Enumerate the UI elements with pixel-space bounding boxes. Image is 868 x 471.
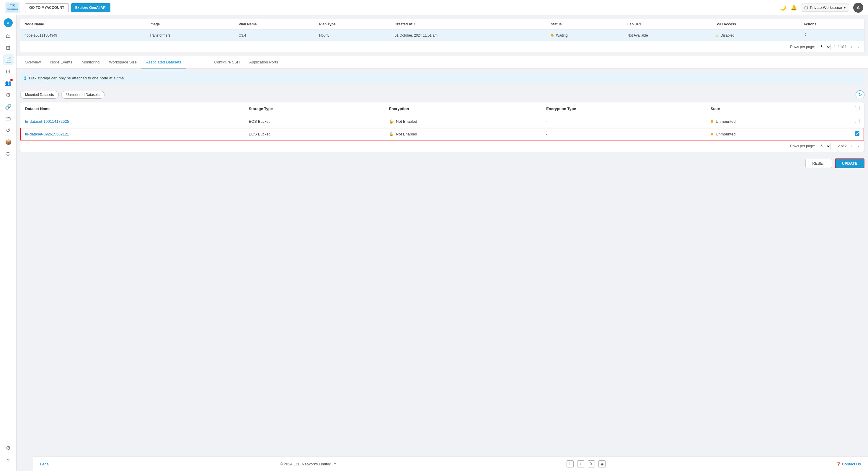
tab-associated-datasets[interactable]: Associated Datasets — [142, 56, 186, 68]
settings-icon: ⚙ — [6, 445, 11, 451]
col-created-at[interactable]: Created At ↑ — [391, 19, 547, 30]
facebook-icon[interactable]: f — [577, 460, 584, 467]
refresh-button[interactable]: ↻ — [856, 90, 864, 99]
sidebar-item-dashboard[interactable]: ⊞ — [3, 42, 13, 53]
footer-social: in f 𝕏 ◉ — [566, 460, 606, 467]
twitter-icon[interactable]: 𝕏 — [588, 460, 595, 467]
contact-icon: ❓ — [836, 462, 841, 466]
avatar[interactable]: A — [853, 3, 863, 13]
chevron-down-icon: ▾ — [844, 5, 846, 10]
table-row: node-100111504949 Transformers C3.4 Hour… — [20, 30, 864, 41]
dataset-table: Dataset Name Storage Type Encryption Enc… — [20, 102, 864, 140]
filter-row: Mounted Datasets Unmounted Datasets ↻ — [17, 87, 868, 102]
rows-per-page-select[interactable]: 5 10 — [818, 44, 831, 50]
tab-configure-ssh[interactable]: Configure SSH — [210, 56, 245, 68]
explore-genai-button[interactable]: Explore GenAI API — [71, 3, 111, 12]
contact-us-link[interactable]: ❓ Contact Us — [836, 462, 861, 466]
col-plan-type: Plan Type — [315, 19, 391, 30]
sidebar-item-files[interactable]: 🗂 — [3, 31, 13, 41]
unmounted-datasets-button[interactable]: Unmounted Datasets — [61, 91, 104, 99]
grid-icon: ⊡ — [6, 68, 10, 75]
sidebar-item-packages[interactable]: 📦 — [3, 137, 13, 148]
select-all-checkbox[interactable] — [855, 106, 860, 111]
dataset-prev-page-button[interactable]: ‹ — [850, 143, 854, 149]
logo: TIR AI PLATFORM — [5, 2, 20, 13]
sidebar-item-nodes[interactable]: 📄 — [3, 54, 13, 65]
state-dot-2 — [711, 133, 713, 135]
workspace-selector[interactable]: ⬡ Private Workspace ▾ — [801, 4, 849, 12]
sidebar-item-lifecycle[interactable]: ⚙ — [3, 90, 13, 100]
top-navigation: TIR AI PLATFORM GO TO MYACCOUNT Explore … — [0, 0, 868, 15]
row-2-checkbox[interactable] — [855, 131, 860, 136]
tab-workspace-size[interactable]: Workspace Size — [104, 56, 142, 68]
cell-storage-type-1: EOS Bucket — [244, 115, 384, 128]
dataset-next-page-button[interactable]: › — [856, 143, 860, 149]
help-icon: ? — [6, 458, 9, 464]
col-storage-type: Storage Type — [244, 102, 384, 115]
nodes-icon: 📄 — [5, 56, 11, 63]
dataset-table-card: Dataset Name Storage Type Encryption Enc… — [20, 102, 864, 152]
lifecycle-icon: ⚙ — [6, 92, 11, 98]
dataset-link-1[interactable]: tir-dataset-100114172525 — [25, 119, 69, 124]
sidebar-item-settings[interactable]: ⚙ — [3, 443, 13, 453]
dataset-table-pagination: Rows per page: 5 10 1–2 of 2 ‹ › — [20, 140, 864, 152]
col-plan-name: Plan Name — [235, 19, 315, 30]
dataset-page-range: 1–2 of 2 — [834, 144, 846, 148]
linkedin-icon[interactable]: in — [566, 460, 574, 467]
tab-monitoring[interactable]: Monitoring — [77, 56, 104, 68]
my-account-button[interactable]: GO TO MYACCOUNT — [25, 3, 69, 12]
cell-checkbox-1[interactable] — [850, 115, 864, 128]
info-message: Disk storage can only be attached to one… — [29, 76, 125, 80]
col-status: Status — [547, 19, 623, 30]
update-button[interactable]: UPDATE — [835, 158, 864, 168]
col-dataset-name: Dataset Name — [20, 102, 244, 115]
sidebar-item-network[interactable]: 🔗 — [3, 101, 13, 112]
network-icon: 🔗 — [5, 103, 11, 110]
dataset-link-2[interactable]: tir-dataset-092615362121 — [25, 132, 69, 136]
tab-node-events[interactable]: Node Events — [45, 56, 77, 68]
cell-checkbox-2[interactable] — [850, 128, 864, 140]
footer-copyright: © 2024 E2E Networks Limited ™ — [280, 462, 336, 466]
warning-icon: ⚠ — [715, 33, 719, 37]
status-dot — [551, 34, 554, 37]
info-icon: ℹ — [24, 75, 26, 81]
sidebar-item-pipelines[interactable]: ↺ — [3, 125, 13, 136]
cell-image: Transformers — [145, 30, 235, 41]
logo-box: TIR AI PLATFORM — [5, 2, 20, 13]
col-image: Image — [145, 19, 235, 30]
prev-page-button[interactable]: ‹ — [850, 44, 854, 50]
actions-row: RESET UPDATE — [17, 156, 868, 171]
footer-legal[interactable]: Legal — [40, 462, 50, 466]
tab-application-ports[interactable]: Application Ports — [244, 56, 283, 68]
col-ssh-access: SSH Access — [711, 19, 799, 30]
lock-icon-1: 🔒 — [389, 119, 394, 124]
notifications-icon[interactable]: 🔔 — [790, 4, 797, 11]
registry-icon: 🗃 — [6, 116, 11, 122]
reset-button[interactable]: RESET — [805, 159, 832, 168]
cell-created-at: 01 October, 2024 11:51 am — [391, 30, 547, 41]
mounted-datasets-button[interactable]: Mounted Datasets — [20, 91, 59, 99]
state-dot-1 — [711, 120, 713, 123]
dataset-rows-per-page-select[interactable]: 5 10 — [818, 143, 831, 149]
tab-overview[interactable]: Overview — [20, 56, 45, 68]
cell-dataset-name-2: tir-dataset-092615362121 — [20, 128, 244, 140]
folder-icon: 🗂 — [6, 33, 11, 39]
cell-actions[interactable]: ⋮ — [799, 30, 864, 41]
cell-dataset-name-1: tir-dataset-100114172525 — [20, 115, 244, 128]
main-content: Node Name Image Plan Name Plan Type Crea… — [17, 15, 868, 471]
sidebar-item-grid[interactable]: ⊡ — [3, 66, 13, 77]
next-page-button[interactable]: › — [856, 44, 860, 50]
sidebar-item-help[interactable]: ? — [3, 456, 13, 466]
rss-icon[interactable]: ◉ — [598, 460, 606, 467]
col-encryption-type: Encryption Type — [541, 102, 706, 115]
sidebar-item-team[interactable]: 👥 — [3, 78, 13, 89]
cell-storage-type-2: EOS Bucket — [244, 128, 384, 140]
cell-encryption-1: 🔒 Not Enabled — [384, 115, 541, 128]
sidebar-item-registry[interactable]: 🗃 — [3, 113, 13, 124]
row-1-checkbox[interactable] — [855, 119, 860, 123]
dark-mode-icon[interactable]: 🌙 — [780, 4, 786, 11]
cell-lab-url: Not Available — [623, 30, 712, 41]
col-select-all[interactable] — [850, 102, 864, 115]
sidebar-item-security[interactable]: 🛡 — [3, 149, 13, 159]
sidebar-toggle[interactable]: » — [4, 18, 13, 27]
